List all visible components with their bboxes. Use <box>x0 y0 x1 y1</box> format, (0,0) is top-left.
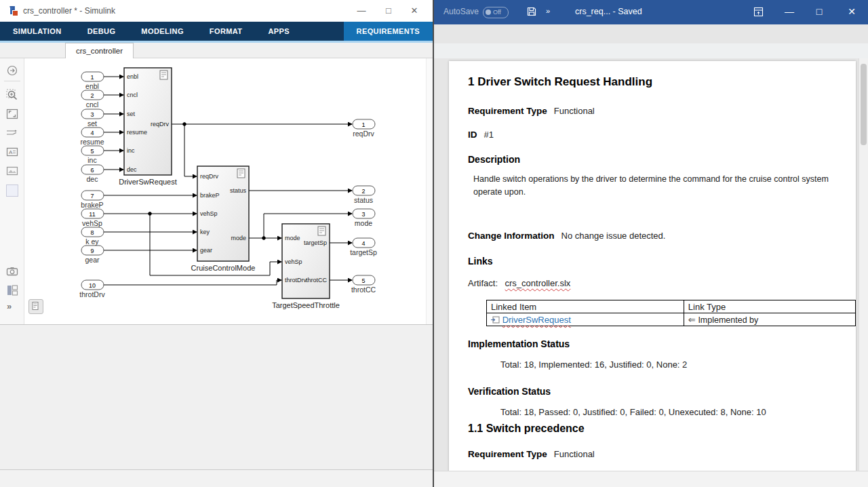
quick-save-icon[interactable] <box>526 6 537 17</box>
links-heading: Links <box>468 256 493 267</box>
maximize-button[interactable]: □ <box>809 6 829 17</box>
autosave-toggle[interactable]: Off <box>483 7 509 18</box>
canvas-badge-button[interactable] <box>28 299 43 314</box>
close-button[interactable]: ✕ <box>842 6 862 17</box>
block-cruisecontrolmode[interactable]: reqDrv brakeP vehSp key gear status mode… <box>191 166 256 272</box>
simulink-window: crs_controller * - Simulink — □ ✕ SIMULA… <box>0 0 434 487</box>
fit-to-view-icon[interactable] <box>5 107 19 121</box>
outports[interactable]: 1reqDrv 2status 3mode 4targetSp 5throtCC <box>350 119 377 294</box>
model-browser-icon[interactable] <box>5 284 19 297</box>
word-statusbar: Page 7 of 72 8010 words English (United … <box>434 471 868 487</box>
maximize-button[interactable]: □ <box>378 5 399 16</box>
svg-text:dec: dec <box>127 166 137 173</box>
svg-text:reqDrv: reqDrv <box>200 173 219 180</box>
doc-badge-icon <box>318 227 326 235</box>
inports[interactable]: 1enbl 2cncl 3set 4resume 5inc 6dec 7brak… <box>79 72 105 298</box>
toggle-dot <box>486 9 491 15</box>
annotation-icon[interactable]: A <box>5 145 19 159</box>
svg-text:gear: gear <box>200 247 212 254</box>
artifact-link[interactable]: crs_controller.slx <box>505 278 571 288</box>
svg-text:reqDrv: reqDrv <box>151 121 170 128</box>
zoom-icon[interactable] <box>5 88 19 102</box>
svg-text:9: 9 <box>90 248 94 254</box>
svg-text:enbl: enbl <box>127 73 138 80</box>
svg-text:DriverSwRequest: DriverSwRequest <box>119 178 177 186</box>
svg-text:targetSp: targetSp <box>304 239 327 246</box>
simulink-ribbon-tabs: SIMULATION DEBUG MODELING FORMAT APPS RE… <box>0 22 433 43</box>
signal-routing-icon[interactable] <box>5 126 19 140</box>
tab-apps[interactable]: APPS <box>255 22 302 41</box>
links-col-type: Link Type <box>684 300 855 313</box>
svg-text:throtDrv: throtDrv <box>285 277 307 284</box>
svg-text:k ey: k ey <box>85 237 99 246</box>
svg-text:reqDrv: reqDrv <box>353 130 374 138</box>
svg-text:vehSp: vehSp <box>285 258 302 265</box>
svg-text:TargetSpeedThrottle: TargetSpeedThrottle <box>272 301 340 309</box>
badge-doc-icon <box>29 300 41 312</box>
close-button[interactable]: ✕ <box>404 5 425 16</box>
window-title: crs_controller * - Simulink <box>23 6 115 16</box>
tab-debug[interactable]: DEBUG <box>75 22 129 41</box>
svg-text:1: 1 <box>361 121 365 128</box>
tab-modeling[interactable]: MODELING <box>128 22 196 41</box>
tab-format[interactable]: FORMAT <box>197 22 256 41</box>
svg-text:CruiseControlMode: CruiseControlMode <box>191 264 256 272</box>
document-page[interactable]: 1 Driver Switch Request Handling Require… <box>449 61 856 471</box>
link-type-cell: ⇐ Implemented by <box>684 313 855 326</box>
change-info-line: Change InformationNo change issue detect… <box>468 229 665 241</box>
svg-text:brakeP: brakeP <box>81 201 103 209</box>
artifact-line: Artifact: crs_controller.slx <box>468 277 570 289</box>
quick-access-more-icon[interactable]: » <box>546 7 551 15</box>
area-box-icon[interactable] <box>6 184 18 197</box>
horizontal-ruler[interactable]: L 1 2 3 4 5 <box>434 43 868 58</box>
left-arrow-icon: ⇐ <box>688 315 696 325</box>
svg-text:status: status <box>354 196 373 204</box>
svg-text:throtDrv: throtDrv <box>79 290 105 298</box>
svg-text:5: 5 <box>90 148 94 155</box>
svg-text:6: 6 <box>90 167 94 174</box>
image-icon[interactable] <box>5 164 19 178</box>
svg-text:dec: dec <box>87 175 98 183</box>
document-area[interactable]: 1 Driver Switch Request Handling Require… <box>434 58 859 471</box>
svg-text:mode: mode <box>285 235 300 241</box>
svg-text:set: set <box>87 119 97 128</box>
svg-text:3: 3 <box>361 211 365 218</box>
svg-text:key: key <box>200 229 210 235</box>
ribbon-display-icon[interactable] <box>753 7 764 17</box>
tab-requirements[interactable]: REQUIREMENTS <box>344 22 433 41</box>
svg-text:5: 5 <box>361 277 365 284</box>
svg-text:throtCC: throtCC <box>351 286 376 294</box>
linked-item-link[interactable]: DriverSwRequest <box>502 315 571 325</box>
svg-text:enbl: enbl <box>85 82 99 90</box>
model-canvas[interactable]: 1enbl 2cncl 3set 4resume 5inc 6dec 7brak… <box>24 58 426 324</box>
doc-badge-icon <box>237 169 245 178</box>
tab-simulation[interactable]: SIMULATION <box>0 22 75 41</box>
svg-text:cncl: cncl <box>86 100 99 109</box>
expand-palette-icon[interactable]: » <box>7 301 12 311</box>
minimize-button[interactable]: — <box>779 6 800 17</box>
req-type-line-2: Requirement TypeFunctional <box>468 448 595 460</box>
svg-text:resume: resume <box>80 138 104 146</box>
req-type-line: Requirement TypeFunctional <box>468 104 595 117</box>
svg-text:inc: inc <box>127 147 135 154</box>
minimize-button[interactable]: — <box>351 5 372 16</box>
doc-heading-1: 1 Driver Switch Request Handling <box>468 75 652 89</box>
verification-status-heading: Verification Status <box>468 386 551 397</box>
links-col-item: Linked Item <box>487 300 684 313</box>
document-scrollbar[interactable] <box>859 58 868 471</box>
svg-text:7: 7 <box>90 193 94 199</box>
hide-browser-icon[interactable] <box>5 64 19 77</box>
model-tab[interactable]: crs_controller <box>65 43 134 58</box>
block-driverswrequest[interactable]: enbl cncl set resume inc dec reqDrv Driv… <box>119 68 177 186</box>
block-targetspeedthrottle[interactable]: mode vehSp throtDrv targetSp throtCC Tar… <box>272 224 340 309</box>
camera-icon[interactable] <box>5 265 19 278</box>
simulink-statusbar: Ready 78% FixedStepDiscrete <box>0 469 433 487</box>
svg-text:11: 11 <box>89 211 95 218</box>
autosave-state: Off <box>493 9 501 16</box>
svg-text:vehSp: vehSp <box>200 210 218 217</box>
scrollbar-thumb[interactable] <box>861 64 867 145</box>
svg-text:4: 4 <box>361 240 365 247</box>
canvas-scrollbar[interactable] <box>426 58 433 324</box>
svg-text:2: 2 <box>361 188 365 195</box>
svg-text:status: status <box>230 187 247 194</box>
